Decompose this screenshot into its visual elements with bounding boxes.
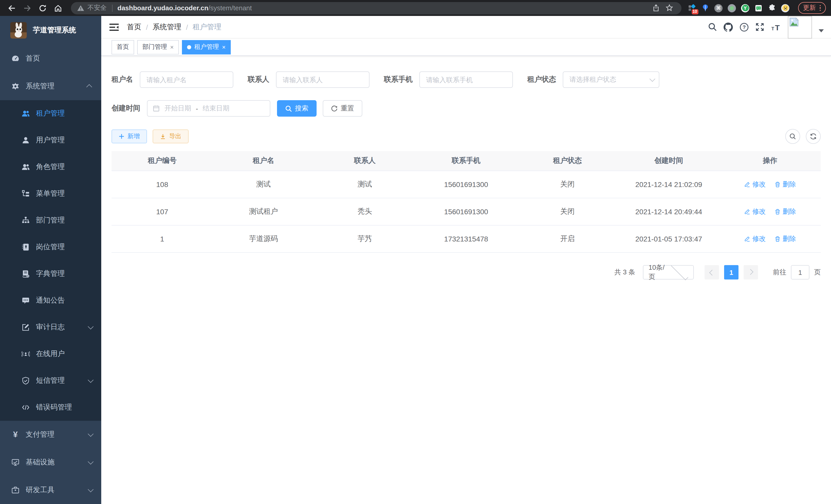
sidebar-item-online-user[interactable]: 在线用户	[0, 340, 101, 367]
gear-icon	[11, 82, 20, 90]
sidebar-item-infrastructure[interactable]: 基础设施	[0, 448, 101, 476]
toggle-search-button[interactable]	[785, 129, 800, 144]
contact-name-input[interactable]	[276, 71, 370, 88]
edit-link[interactable]: 修改	[744, 234, 766, 243]
avatar-dropdown-caret[interactable]	[819, 29, 824, 32]
page-content: 租户名 联系人 联系手机 租户状态 请选择租户状态	[101, 56, 831, 504]
tab-dept[interactable]: 部门管理 ×	[137, 40, 179, 54]
sidebar-item-dev-tools[interactable]: 研发工具	[0, 476, 101, 504]
sidebar-item-post[interactable]: 岗位管理	[0, 234, 101, 261]
tenant-name-label: 租户名	[112, 75, 133, 84]
export-button[interactable]: 导出	[153, 129, 189, 143]
sidebar-item-sms[interactable]: 短信管理	[0, 367, 101, 394]
url-bar[interactable]: 不安全 dashboard.yudao.iocoder.cn/system/te…	[71, 2, 681, 14]
tenant-table: 租户编号 租户名 联系人 联系手机 租户状态 创建时间 操作 108 测试	[112, 151, 821, 253]
help-icon[interactable]: ?	[740, 22, 749, 32]
filter-row-2: 创建时间 开始日期 - 结束日期 搜索	[112, 100, 821, 117]
delete-link[interactable]: 删除	[774, 234, 796, 243]
extension-badge: 10	[691, 9, 698, 14]
sidebar-item-tenant[interactable]: 租户管理	[0, 100, 101, 127]
search-icon[interactable]	[708, 23, 717, 31]
create-time-label: 创建时间	[112, 104, 140, 113]
tenant-status-label: 租户状态	[527, 75, 556, 84]
sidebar-item-system[interactable]: 系统管理	[0, 72, 101, 100]
breadcrumb-home[interactable]: 首页	[127, 22, 141, 32]
profile-avatar-icon[interactable]	[781, 4, 790, 12]
close-icon[interactable]: ×	[222, 44, 226, 50]
start-date-placeholder[interactable]: 开始日期	[165, 104, 191, 113]
security-label[interactable]: 不安全	[87, 4, 107, 12]
security-warning-icon[interactable]	[77, 4, 84, 11]
extension-record-icon[interactable]	[727, 4, 736, 12]
search-button[interactable]: 搜索	[277, 100, 317, 117]
edit-link[interactable]: 修改	[744, 180, 766, 189]
logo-image	[10, 22, 27, 38]
tenant-name-input[interactable]	[140, 71, 233, 88]
extension-tabs-icon[interactable]: 10	[687, 4, 696, 12]
reset-button[interactable]: 重置	[323, 100, 362, 117]
col-contact: 联系人	[314, 151, 416, 171]
svg-text:T: T	[771, 26, 774, 31]
top-navbar: 首页 / 系统管理 / 租户管理 ?	[101, 16, 831, 38]
contact-mobile-input[interactable]	[419, 71, 513, 88]
browser-menu-icon[interactable]	[820, 5, 821, 11]
tab-home[interactable]: 首页	[112, 40, 134, 54]
users-icon	[22, 110, 30, 118]
role-users-icon	[22, 163, 30, 171]
breadcrumb-section[interactable]: 系统管理	[153, 22, 181, 32]
extension-command-icon[interactable]: ⌘	[714, 4, 723, 12]
sidebar-collapse-icon[interactable]	[110, 23, 119, 31]
bookmark-star-icon[interactable]	[663, 1, 676, 14]
status-text: 关闭	[517, 171, 618, 198]
browser-update-button[interactable]: 更新	[798, 2, 826, 14]
edit-link[interactable]: 修改	[744, 207, 766, 216]
sidebar-item-notice[interactable]: 通知公告	[0, 287, 101, 314]
sidebar-item-user[interactable]: 用户管理	[0, 127, 101, 154]
yen-icon: ¥	[11, 431, 20, 439]
page-size-select[interactable]: 10条/页	[643, 265, 694, 279]
monitor-icon	[11, 458, 20, 467]
share-icon[interactable]	[649, 1, 663, 14]
browser-forward-icon[interactable]	[21, 1, 34, 14]
extension-chat-icon[interactable]	[754, 4, 763, 12]
next-page-button[interactable]	[744, 265, 758, 279]
goto-page-input[interactable]	[791, 265, 809, 279]
sidebar-item-dict[interactable]: 字典管理	[0, 261, 101, 287]
add-button[interactable]: 新增	[112, 129, 147, 143]
sidebar-item-role[interactable]: 角色管理	[0, 154, 101, 180]
delete-link[interactable]: 删除	[774, 180, 796, 189]
sidebar-item-dept[interactable]: 部门管理	[0, 207, 101, 234]
tenant-status-select[interactable]: 请选择租户状态	[563, 71, 659, 88]
extensions-puzzle-icon[interactable]	[768, 4, 776, 12]
font-size-icon[interactable]: TT	[771, 23, 781, 31]
sidebar-item-home[interactable]: 首页	[0, 45, 101, 72]
browser-home-icon[interactable]	[51, 1, 65, 14]
end-date-placeholder[interactable]: 结束日期	[203, 104, 229, 113]
extension-y-icon[interactable]: Y	[741, 4, 749, 12]
refresh-button[interactable]	[806, 129, 821, 144]
github-icon[interactable]	[724, 22, 733, 32]
prev-page-button[interactable]	[705, 265, 719, 279]
browser-reload-icon[interactable]	[36, 1, 49, 14]
current-page-button[interactable]: 1	[724, 265, 739, 279]
sidebar-item-payment[interactable]: ¥ 支付管理	[0, 421, 101, 448]
delete-link[interactable]: 删除	[774, 207, 796, 216]
extension-balloon-icon[interactable]	[701, 4, 710, 12]
sidebar-logo[interactable]: 芋道管理系统	[0, 16, 101, 45]
table-row: 1 芋道源码 芋艿 17321315478 开启 2021-01-05 17:0…	[112, 225, 821, 253]
sidebar-item-menu[interactable]: 菜单管理	[0, 180, 101, 207]
url-path[interactable]: /system/tenant	[208, 4, 252, 12]
contact-name-label: 联系人	[248, 75, 269, 84]
tab-tenant[interactable]: 租户管理 ×	[182, 40, 231, 54]
create-time-range-picker[interactable]: 开始日期 - 结束日期	[147, 100, 270, 117]
post-badge-icon	[22, 243, 30, 251]
sidebar-item-audit-log[interactable]: 审计日志	[0, 314, 101, 340]
close-icon[interactable]: ×	[170, 44, 174, 50]
fullscreen-icon[interactable]	[755, 23, 764, 31]
edit-log-icon	[22, 323, 30, 331]
chevron-down-icon	[88, 324, 94, 330]
avatar-broken-image[interactable]	[788, 16, 812, 38]
url-host[interactable]: dashboard.yudao.iocoder.cn	[117, 4, 208, 12]
browser-back-icon[interactable]	[5, 1, 19, 14]
sidebar-item-error-code[interactable]: 错误码管理	[0, 394, 101, 421]
